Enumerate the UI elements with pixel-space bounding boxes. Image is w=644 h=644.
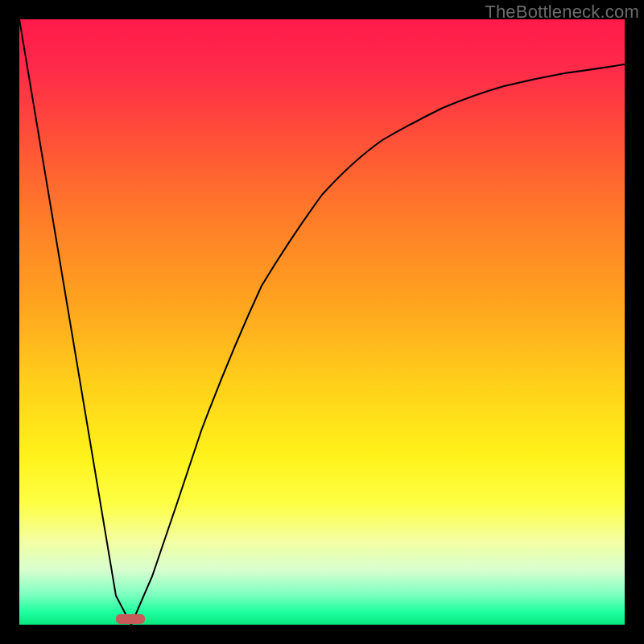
plot-area: [19, 19, 625, 625]
optimum-marker: [116, 614, 145, 624]
watermark-text: TheBottleneck.com: [485, 2, 639, 23]
bottleneck-curve-left: [19, 19, 131, 625]
chart-frame: TheBottleneck.com: [0, 0, 644, 644]
bottleneck-curve-right: [131, 64, 625, 625]
curve-svg: [19, 19, 625, 625]
